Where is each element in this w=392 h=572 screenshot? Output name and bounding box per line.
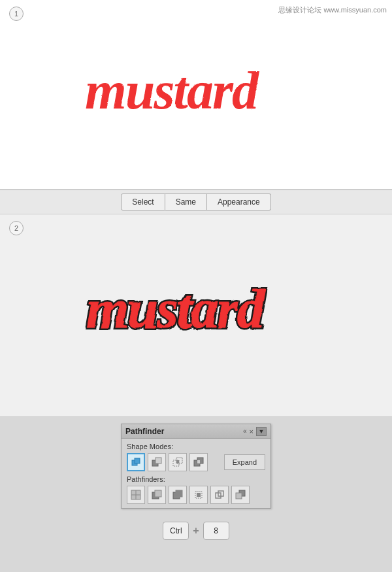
divide-button[interactable] — [127, 486, 145, 504]
shortcut-bar: Ctrl + 8 — [163, 522, 229, 540]
svg-rect-12 — [197, 460, 200, 463]
trim-button[interactable] — [148, 486, 166, 504]
panel-body: Shape Modes: — [122, 439, 270, 508]
pathfinders-row — [127, 486, 265, 504]
svg-rect-17 — [155, 490, 161, 497]
shape-modes-label: Shape Modes: — [127, 443, 265, 450]
merge-button[interactable] — [169, 486, 187, 504]
pathfinder-panel: Pathfinder « × ▼ Shape Modes: — [121, 424, 271, 509]
svg-rect-4 — [135, 458, 140, 463]
section-1-panel: 1 mustard — [0, 0, 392, 190]
svg-rect-9 — [176, 460, 179, 463]
panel-controls: « × ▼ — [243, 427, 267, 436]
watermark: 思缘设计论坛 www.missyuan.com — [278, 5, 387, 15]
unite-button[interactable] — [127, 453, 145, 471]
step-1-badge: 1 — [9, 7, 24, 21]
svg-text:mustard: mustard — [85, 61, 259, 120]
mustard-logo-2: mustard mustard — [78, 259, 340, 362]
same-button[interactable]: Same — [165, 193, 207, 210]
number-key[interactable]: 8 — [203, 522, 229, 540]
panel-menu-button[interactable]: ▼ — [256, 427, 267, 436]
plus-symbol: + — [193, 525, 199, 537]
panel-title: Pathfinder — [125, 427, 164, 436]
select-button[interactable]: Select — [121, 193, 165, 210]
svg-rect-21 — [197, 493, 201, 497]
svg-rect-6 — [155, 458, 161, 463]
panel-titlebar: Pathfinder « × ▼ — [122, 424, 270, 439]
minus-back-button[interactable] — [231, 486, 250, 504]
appearance-button[interactable]: Appearance — [207, 193, 271, 210]
exclude-button[interactable] — [189, 453, 208, 471]
expand-button[interactable]: Expand — [224, 454, 265, 470]
section-2-panel: 2 mustard mustard — [0, 214, 392, 417]
minus-front-button[interactable] — [148, 453, 166, 471]
collapse-control[interactable]: « — [243, 428, 247, 435]
outline-button[interactable] — [210, 486, 229, 504]
intersect-button[interactable] — [169, 453, 187, 471]
bottom-area: Pathfinder « × ▼ Shape Modes: — [0, 417, 392, 572]
crop-button[interactable] — [189, 486, 208, 504]
svg-rect-25 — [236, 493, 242, 499]
mustard-logo-1: mustard — [78, 43, 340, 137]
svg-rect-19 — [176, 490, 182, 497]
pathfinders-label: Pathfinders: — [127, 475, 265, 483]
svg-text:mustard: mustard — [86, 278, 266, 339]
shape-modes-row: Expand — [127, 453, 265, 471]
ctrl-key[interactable]: Ctrl — [163, 522, 189, 540]
step-2-badge: 2 — [9, 221, 24, 235]
close-control[interactable]: × — [250, 428, 253, 435]
toolbar: Select Same Appearance — [0, 190, 392, 214]
